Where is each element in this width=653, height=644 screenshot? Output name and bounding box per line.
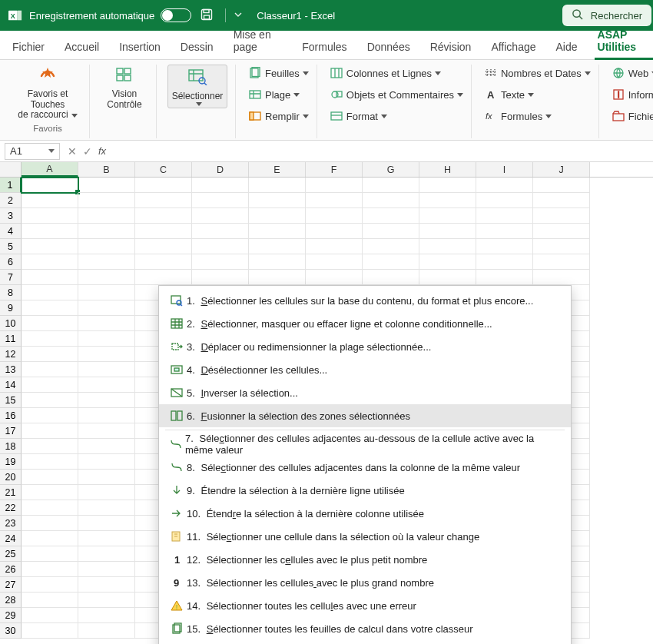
cell[interactable] [78, 531, 135, 546]
row-header[interactable]: 5 [0, 239, 22, 254]
cell[interactable] [419, 224, 476, 239]
menu-item-1[interactable]: 1. Sélectionner les cellules sur la base… [159, 289, 571, 312]
row-header[interactable]: 15 [0, 393, 22, 408]
cell[interactable] [306, 193, 363, 208]
cell[interactable] [78, 393, 135, 408]
cell[interactable] [78, 300, 135, 316]
cell[interactable] [78, 224, 135, 239]
menu-item-15[interactable]: 15. Sélectionner toutes les feuilles de … [159, 617, 571, 640]
nombres-dates-button[interactable]: Nombres et Dates [482, 65, 591, 81]
cell[interactable] [78, 239, 135, 254]
cell[interactable] [78, 454, 135, 470]
cell[interactable] [78, 562, 135, 577]
cell[interactable] [22, 178, 78, 193]
row-header[interactable]: 19 [0, 454, 22, 470]
row-header[interactable]: 29 [0, 608, 22, 623]
cell[interactable] [78, 577, 135, 593]
cell[interactable] [135, 178, 192, 193]
cell[interactable] [22, 593, 78, 608]
selectionner-button[interactable]: Sélectionner [167, 65, 227, 108]
name-box[interactable]: A1 [5, 143, 60, 160]
column-header[interactable]: B [78, 162, 135, 177]
cell[interactable] [249, 254, 306, 270]
cell[interactable] [78, 423, 135, 439]
select-all-corner[interactable] [0, 162, 22, 177]
tab-insertion[interactable]: Insertion [118, 41, 162, 59]
cell[interactable] [306, 239, 363, 254]
enter-icon[interactable]: ✓ [83, 145, 92, 158]
row-header[interactable]: 13 [0, 362, 22, 377]
row-header[interactable]: 28 [0, 593, 22, 608]
row-header[interactable]: 26 [0, 562, 22, 577]
column-header[interactable]: E [249, 162, 306, 177]
formula-input[interactable] [109, 143, 653, 160]
cell[interactable] [363, 193, 419, 208]
cell[interactable] [22, 254, 78, 270]
tab-mise-en-page[interactable]: Mise en page [232, 28, 284, 59]
cell[interactable] [135, 208, 192, 224]
cell[interactable] [419, 178, 476, 193]
qat-customize-icon[interactable] [234, 10, 243, 22]
menu-item-7[interactable]: 7. Sélectionner des cellules adjacentes … [159, 433, 571, 456]
cell[interactable] [22, 531, 78, 546]
tab-révision[interactable]: Révision [429, 41, 473, 59]
column-header[interactable]: G [363, 162, 419, 177]
tab-fichier[interactable]: Fichier [11, 41, 46, 59]
cell[interactable] [78, 485, 135, 500]
row-header[interactable]: 24 [0, 531, 22, 546]
cell[interactable] [419, 270, 476, 285]
cell[interactable] [22, 362, 78, 377]
column-header[interactable]: J [533, 162, 590, 177]
menu-item-8[interactable]: 8. Sélectionner des cellules adjacentes … [159, 456, 571, 479]
tab-accueil[interactable]: Accueil [63, 41, 101, 59]
autosave-toggle[interactable] [161, 8, 191, 22]
menu-item-9[interactable]: 9. Étendre la sélection à la dernière li… [159, 479, 571, 502]
column-header[interactable]: F [306, 162, 363, 177]
row-header[interactable]: 20 [0, 470, 22, 485]
tab-aide[interactable]: Aide [555, 41, 579, 59]
cell[interactable] [22, 208, 78, 224]
cell[interactable] [22, 408, 78, 423]
cell[interactable] [135, 224, 192, 239]
cell[interactable] [22, 608, 78, 623]
cell[interactable] [78, 500, 135, 516]
cell[interactable] [306, 270, 363, 285]
cell[interactable] [22, 470, 78, 485]
cell[interactable] [192, 270, 249, 285]
fichier-systeme-button[interactable]: Fichier et Système [610, 108, 653, 124]
search-box[interactable]: Rechercher [562, 5, 651, 26]
menu-item-5[interactable]: 5. Inverser la sélection... [159, 381, 571, 404]
menu-item-2[interactable]: 2. Sélectionner, masquer ou effacer lign… [159, 312, 571, 335]
cell[interactable] [363, 270, 419, 285]
cell[interactable] [476, 270, 533, 285]
cell[interactable] [533, 193, 590, 208]
remplir-button[interactable]: Remplir [247, 108, 309, 124]
cell[interactable] [249, 270, 306, 285]
cell[interactable] [22, 224, 78, 239]
cell[interactable] [22, 577, 78, 593]
cell[interactable] [476, 208, 533, 224]
cell[interactable] [22, 516, 78, 531]
cell[interactable] [363, 224, 419, 239]
cell[interactable] [78, 593, 135, 608]
cell[interactable] [363, 239, 419, 254]
plage-button[interactable]: Plage [247, 86, 309, 103]
cell[interactable] [78, 546, 135, 562]
row-header[interactable]: 11 [0, 331, 22, 347]
cell[interactable] [78, 285, 135, 300]
tab-affichage[interactable]: Affichage [489, 41, 537, 59]
row-header[interactable]: 22 [0, 500, 22, 516]
cell[interactable] [22, 423, 78, 439]
cell[interactable] [363, 178, 419, 193]
cell[interactable] [135, 193, 192, 208]
tab-formules[interactable]: Formules [300, 41, 348, 59]
column-header[interactable]: A [22, 162, 78, 177]
row-header[interactable]: 4 [0, 224, 22, 239]
cell[interactable] [22, 193, 78, 208]
cell[interactable] [135, 239, 192, 254]
cell[interactable] [78, 516, 135, 531]
cell[interactable] [22, 270, 78, 285]
cell[interactable] [249, 208, 306, 224]
cell[interactable] [476, 254, 533, 270]
cell[interactable] [22, 623, 78, 639]
